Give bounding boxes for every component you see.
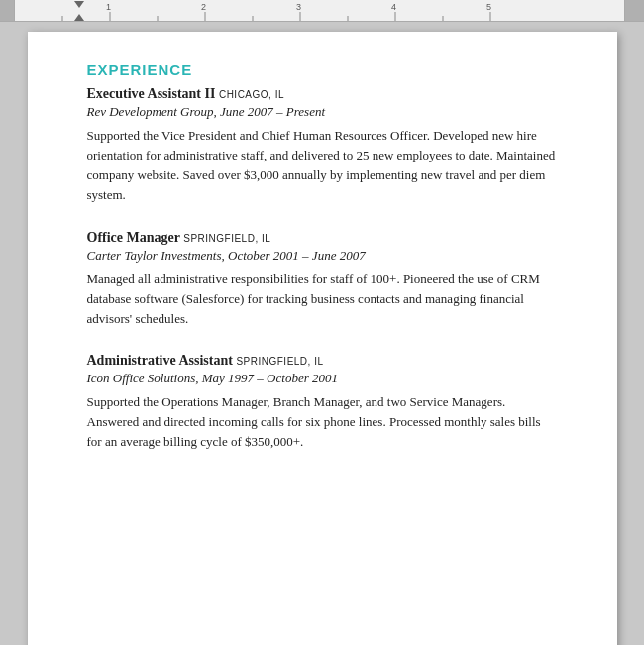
job-title-1: Executive Assistant II CHICAGO, IL — [87, 86, 558, 102]
job-description-3: Supported the Operations Manager, Branch… — [87, 392, 558, 452]
job-company-1: Rev Development Group, June 2007 – Prese… — [87, 104, 558, 120]
ruler-white: 1 2 3 4 5 — [15, 0, 624, 22]
ruler-left-margin — [0, 0, 15, 22]
job-title-3: Administrative Assistant SPRINGFIELD, IL — [87, 353, 558, 369]
job-entry-3: Administrative Assistant SPRINGFIELD, IL… — [87, 353, 558, 452]
svg-text:4: 4 — [391, 2, 396, 12]
job-location-1: CHICAGO, IL — [219, 89, 284, 100]
page-container: EXPERIENCE Executive Assistant II CHICAG… — [0, 22, 644, 645]
svg-text:5: 5 — [486, 2, 491, 12]
job-location-2: SPRINGFIELD, IL — [183, 233, 270, 244]
job-company-2: Carter Taylor Investments, October 2001 … — [87, 248, 558, 264]
job-title-2: Office Manager SPRINGFIELD, IL — [87, 230, 558, 246]
experience-section: EXPERIENCE Executive Assistant II CHICAG… — [87, 61, 558, 452]
job-company-3: Icon Office Solutions, May 1997 – Octobe… — [87, 371, 558, 386]
svg-marker-16 — [74, 14, 84, 21]
svg-marker-15 — [74, 1, 84, 8]
svg-text:3: 3 — [296, 2, 301, 12]
svg-text:2: 2 — [201, 2, 206, 12]
ruler-right-margin — [624, 0, 644, 22]
section-title: EXPERIENCE — [87, 61, 558, 78]
job-location-3: SPRINGFIELD, IL — [236, 356, 323, 367]
svg-text:1: 1 — [106, 2, 111, 12]
job-description-2: Managed all administrative responsibilit… — [87, 269, 558, 329]
document-page: EXPERIENCE Executive Assistant II CHICAG… — [28, 32, 617, 645]
ruler-svg: 1 2 3 4 5 — [15, 0, 624, 22]
job-entry-2: Office Manager SPRINGFIELD, IL Carter Ta… — [87, 230, 558, 329]
ruler: 1 2 3 4 5 — [0, 0, 644, 22]
job-description-1: Supported the Vice President and Chief H… — [87, 126, 558, 206]
job-entry-1: Executive Assistant II CHICAGO, IL Rev D… — [87, 86, 558, 206]
